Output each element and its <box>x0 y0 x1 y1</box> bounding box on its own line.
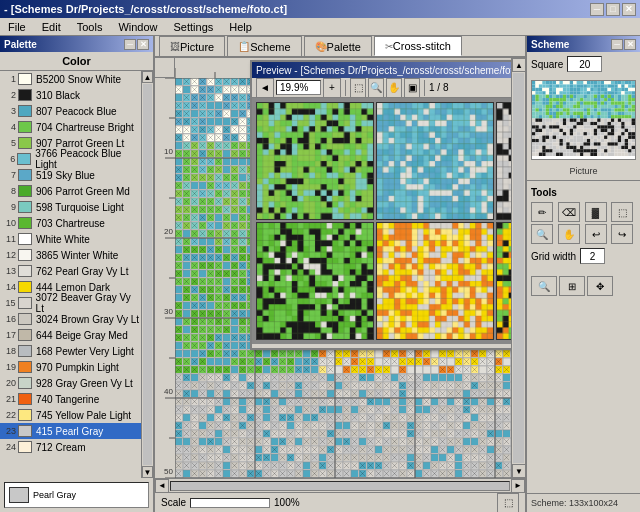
selected-color-label: Pearl Gray <box>33 490 76 500</box>
tools-grid: ✏ ⌫ ▓ ⬚ 🔍 ✋ ↩ ↪ <box>531 202 636 244</box>
menu-edit[interactable]: Edit <box>36 19 67 35</box>
palette-row[interactable]: 16 3024 Brown Gray Vy Lt <box>0 311 141 327</box>
square-input[interactable] <box>567 56 602 72</box>
palette-close-btn[interactable]: ✕ <box>137 39 149 50</box>
preview-fit-btn[interactable]: ⬚ <box>350 78 366 98</box>
scale-bar: Scale 100% ⬚ <box>155 492 525 512</box>
palette-row[interactable]: 22 745 Yellow Pale Light <box>0 407 141 423</box>
title-bar: - [Schemes Dr/Projects_/crosst/crosst/sc… <box>0 0 640 18</box>
preview-zoom-btn[interactable]: 🔍 <box>368 78 384 98</box>
palette-row[interactable]: 11 White White <box>0 231 141 247</box>
maximize-button[interactable]: □ <box>606 3 620 16</box>
menu-file[interactable]: File <box>2 19 32 35</box>
palette-scrollbar[interactable]: ▲ ▼ <box>141 71 153 478</box>
palette-row[interactable]: 21 740 Tangerine <box>0 391 141 407</box>
right-icon-1[interactable]: 🔍 <box>531 276 557 296</box>
palette-row[interactable]: 4 704 Chartreuse Bright <box>0 119 141 135</box>
right-minimize-btn[interactable]: ─ <box>611 39 623 50</box>
palette-row[interactable]: 15 3072 Beaver Gray Vy Lt <box>0 295 141 311</box>
preview-zoom-in[interactable]: + <box>323 78 341 98</box>
row-num: 1 <box>2 74 16 84</box>
right-close-btn[interactable]: ✕ <box>624 39 636 50</box>
h-scrollbar[interactable]: ◄ ► <box>155 478 525 492</box>
canvas-area[interactable]: Preview - [Schemes Dr/Projects_/crosst/c… <box>155 58 511 478</box>
palette-row[interactable]: 17 644 Beige Gray Med <box>0 327 141 343</box>
color-name: 745 Yellow Pale Light <box>36 410 131 421</box>
right-icon-2[interactable]: ⊞ <box>559 276 585 296</box>
row-num: 5 <box>2 138 16 148</box>
tab-palette[interactable]: 🎨 Palette <box>304 36 372 56</box>
tab-crossstitch[interactable]: ✂ Cross-stitch <box>374 36 462 56</box>
hscroll-left-btn[interactable]: ◄ <box>155 479 169 493</box>
preview-title-text: Preview - [Schemes Dr/Projects_/crosst/c… <box>256 65 511 76</box>
palette-row[interactable]: 23 415 Pearl Gray <box>0 423 141 439</box>
palette-scroll-down[interactable]: ▼ <box>142 466 153 478</box>
tool-hand[interactable]: ✋ <box>558 224 580 244</box>
row-num: 16 <box>2 314 16 324</box>
palette-row[interactable]: 9 598 Turquoise Light <box>0 199 141 215</box>
row-num: 24 <box>2 442 16 452</box>
tool-redo[interactable]: ↪ <box>611 224 633 244</box>
tool-zoom-in[interactable]: 🔍 <box>531 224 553 244</box>
palette-row[interactable]: 13 762 Pearl Gray Vy Lt <box>0 263 141 279</box>
tools-section: Tools ✏ ⌫ ▓ ⬚ 🔍 ✋ ↩ ↪ Grid width <box>527 183 640 268</box>
menu-tools[interactable]: Tools <box>71 19 109 35</box>
color-name: 3072 Beaver Gray Vy Lt <box>36 292 139 314</box>
v-scrollbar[interactable]: ▲ ▼ <box>511 58 525 478</box>
tool-select[interactable]: ⬚ <box>611 202 633 222</box>
vscroll-up-btn[interactable]: ▲ <box>512 58 525 72</box>
color-swatch <box>18 345 32 357</box>
palette-row[interactable]: 3 807 Peacock Blue <box>0 103 141 119</box>
tab-scheme[interactable]: 📋 Scheme <box>227 36 301 56</box>
grid-width-input[interactable] <box>580 248 605 264</box>
menu-window[interactable]: Window <box>112 19 163 35</box>
color-name: 168 Pewter Very Light <box>36 346 134 357</box>
preview-hand-btn[interactable]: ✋ <box>386 78 402 98</box>
mini-preview-canvas <box>532 81 635 156</box>
palette-row[interactable]: 6 3766 Peacock Blue Light <box>0 151 141 167</box>
palette-row[interactable]: 20 928 Gray Green Vy Lt <box>0 375 141 391</box>
palette-row[interactable]: 12 3865 Winter White <box>0 247 141 263</box>
palette-row[interactable]: 18 168 Pewter Very Light <box>0 343 141 359</box>
color-name: 415 Pearl Gray <box>36 426 103 437</box>
palette-row[interactable]: 1 B5200 Snow White <box>0 71 141 87</box>
scale-value: 100% <box>274 497 300 508</box>
scale-slider[interactable] <box>190 498 270 508</box>
hscroll-track[interactable] <box>170 481 510 491</box>
palette-scroll-up[interactable]: ▲ <box>142 71 153 83</box>
row-num: 2 <box>2 90 16 100</box>
vscroll-track[interactable] <box>513 73 524 463</box>
tab-picture[interactable]: 🖼 Picture <box>159 36 225 56</box>
palette-row[interactable]: 8 906 Parrot Green Md <box>0 183 141 199</box>
preview-tile <box>256 222 374 340</box>
close-button[interactable]: ✕ <box>622 3 636 16</box>
canvas-wrapper: Preview - [Schemes Dr/Projects_/crosst/c… <box>155 58 525 512</box>
preview-select-btn[interactable]: ▣ <box>404 78 420 98</box>
menu-settings[interactable]: Settings <box>168 19 220 35</box>
palette-scroll-track[interactable] <box>143 84 152 465</box>
vscroll-down-btn[interactable]: ▼ <box>512 464 525 478</box>
minimize-button[interactable]: ─ <box>590 3 604 16</box>
palette-minimize-btn[interactable]: ─ <box>124 39 136 50</box>
preview-prev-btn[interactable]: ◄ <box>256 78 274 98</box>
preview-window: Preview - [Schemes Dr/Projects_/crosst/c… <box>250 60 511 350</box>
tool-fill[interactable]: ▓ <box>585 202 607 222</box>
color-swatch <box>18 249 32 261</box>
preview-zoom-input[interactable]: 19.9% <box>276 80 321 95</box>
tool-eraser[interactable]: ⌫ <box>558 202 580 222</box>
palette-row[interactable]: 24 712 Cream <box>0 439 141 455</box>
color-name: 704 Chartreuse Bright <box>36 122 134 133</box>
color-name: White White <box>36 234 90 245</box>
palette-row[interactable]: 10 703 Chartreuse <box>0 215 141 231</box>
palette-row[interactable]: 2 310 Black <box>0 87 141 103</box>
color-name: 3024 Brown Gray Vy Lt <box>36 314 139 325</box>
hscroll-right-btn[interactable]: ► <box>511 479 525 493</box>
tool-pencil[interactable]: ✏ <box>531 202 553 222</box>
ruler-v-canvas <box>155 78 175 478</box>
palette-row[interactable]: 19 970 Pumpkin Light <box>0 359 141 375</box>
row-num: 21 <box>2 394 16 404</box>
right-icon-3[interactable]: ✥ <box>587 276 613 296</box>
tool-undo[interactable]: ↩ <box>585 224 607 244</box>
menu-help[interactable]: Help <box>223 19 258 35</box>
scale-fit-btn[interactable]: ⬚ <box>497 493 519 513</box>
